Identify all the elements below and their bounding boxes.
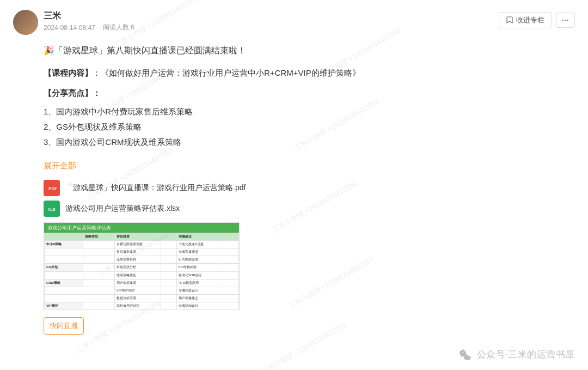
action-buttons: 收进专栏 ··· bbox=[499, 12, 575, 28]
collect-button[interactable]: 收进专栏 bbox=[499, 12, 552, 28]
share-item-3: 3、国内游戏公司CRM现状及维系策略 bbox=[44, 135, 575, 150]
intro-line: 🎉「游戏星球」第八期快闪直播课已经圆满结束啦！ bbox=[44, 43, 575, 59]
svg-text:XLS: XLS bbox=[48, 208, 56, 211]
xlsx-filename: 游戏公司用户运营策略评估表.xlsx bbox=[65, 202, 180, 216]
footer-label: 公众号·三米的运营书屋 bbox=[477, 348, 575, 361]
svg-text:PDF: PDF bbox=[48, 186, 57, 191]
sheet-header: 游戏公司用户运营策略评估表 bbox=[44, 223, 239, 233]
author-info: 三米 2024-08-14 08:47 阅读人数 6 bbox=[44, 10, 134, 32]
post-date: 2024-08-14 08:47 bbox=[44, 24, 95, 32]
wechat-icon bbox=[458, 347, 473, 361]
sheet-grid: 策略类型 评估维度 实施建议 中小R策略 付费玩家维系方案 个性化推送&优惠 bbox=[44, 233, 239, 310]
xlsx-icon: XLS bbox=[44, 201, 60, 217]
more-button[interactable]: ··· bbox=[556, 13, 575, 28]
content-body: 🎉「游戏星球」第八期快闪直播课已经圆满结束啦！ 【课程内容】：《如何做好用户运营… bbox=[13, 43, 575, 335]
file-xlsx-row[interactable]: XLS 游戏公司用户运营策略评估表.xlsx bbox=[44, 201, 575, 217]
share-list: 1、国内游戏中小R付费玩家售后维系策略 2、GS外包现状及维系策略 3、国内游戏… bbox=[44, 104, 575, 149]
pdf-filename: 「游戏星球」快闪直播课：游戏行业用户运营策略.pdf bbox=[65, 181, 246, 195]
share-label: 【分享亮点】： bbox=[44, 88, 101, 98]
course-label: 【课程内容】 bbox=[44, 68, 93, 77]
expand-link[interactable]: 展开全部 bbox=[44, 154, 575, 180]
course-title: ：《如何做好用户运营：游戏行业用户运营中小R+CRM+VIP的维护策略》 bbox=[93, 68, 360, 77]
author-name: 三米 bbox=[44, 10, 134, 22]
tag-flash-live[interactable]: 快闪直播 bbox=[44, 317, 84, 335]
course-section: 【课程内容】：《如何做好用户运营：游戏行业用户运营中小R+CRM+VIP的维护策… bbox=[44, 65, 575, 81]
share-item-2: 2、GS外包现状及维系策略 bbox=[44, 119, 575, 135]
post-header: 三米 2024-08-14 08:47 阅读人数 6 收进专栏 ··· bbox=[13, 10, 575, 35]
tag-row[interactable]: 快闪直播 bbox=[44, 317, 575, 335]
bookmark-icon bbox=[506, 16, 513, 24]
read-label: 阅读人数 6 bbox=[103, 23, 134, 32]
spreadsheet-preview: 游戏公司用户运营策略评估表 策略类型 评估维度 实施建议 中小R策略 bbox=[44, 222, 240, 310]
main-card: 三米小助理 +19259234422351 三米小助理 +19259234422… bbox=[0, 0, 588, 370]
file-pdf-row[interactable]: PDF 「游戏星球」快闪直播课：游戏行业用户运营策略.pdf bbox=[44, 180, 575, 196]
share-item-1: 1、国内游戏中小R付费玩家售后维系策略 bbox=[44, 104, 575, 119]
share-section: 【分享亮点】： bbox=[44, 86, 575, 101]
pdf-icon: PDF bbox=[44, 180, 60, 196]
footer: 公众号·三米的运营书屋 bbox=[458, 347, 575, 361]
author-section: 三米 2024-08-14 08:47 阅读人数 6 bbox=[13, 10, 134, 35]
avatar bbox=[13, 10, 38, 35]
meta-row: 2024-08-14 08:47 阅读人数 6 bbox=[44, 23, 134, 32]
